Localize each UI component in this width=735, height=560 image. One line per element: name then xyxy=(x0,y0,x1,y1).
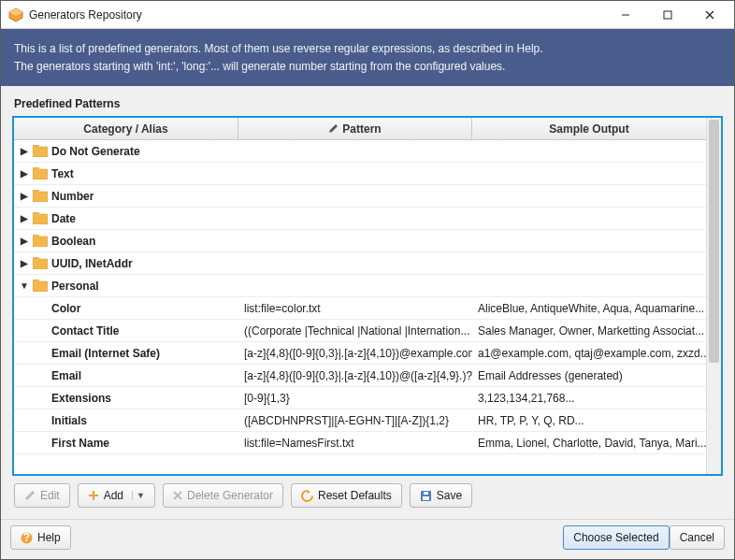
plus-icon xyxy=(88,490,99,501)
category-row[interactable]: ▶UUID, INetAddr xyxy=(14,252,706,275)
vertical-scrollbar[interactable] xyxy=(706,118,721,474)
chevron-right-icon[interactable]: ▶ xyxy=(20,236,29,246)
category-row[interactable]: ▶Boolean xyxy=(14,230,706,252)
pattern-cell: ((Corporate |Technical |National |Intern… xyxy=(238,320,472,341)
category-label: Personal xyxy=(51,280,99,293)
titlebar: Generators Repository xyxy=(1,1,734,29)
pattern-cell: [a-z]{4,8}([0-9]{0,3}|.[a-z]{4,10})@exam… xyxy=(238,342,472,364)
alias-cell: Email (Internet Safe) xyxy=(14,342,238,364)
section-label: Predefined Patterns xyxy=(12,97,723,116)
table-row[interactable]: Colorlist:file=color.txtAliceBlue, Antiq… xyxy=(14,297,706,320)
category-label: Text xyxy=(51,167,74,180)
pattern-cell: [0-9]{1,3} xyxy=(238,387,472,409)
edit-button[interactable]: Edit xyxy=(14,483,70,508)
footer: ? Help Choose Selected Cancel xyxy=(1,519,734,559)
reset-defaults-button[interactable]: Reset Defaults xyxy=(291,483,402,508)
category-label: Boolean xyxy=(51,235,95,248)
pattern-cell: [a-z]{4,8}([0-9]{0,3}|.[a-z]{4,10})@([a-… xyxy=(238,365,472,386)
sample-cell: Email Addresses (generated) xyxy=(472,365,706,386)
column-header-sample[interactable]: Sample Output xyxy=(472,118,706,139)
table-row[interactable]: Email (Internet Safe)[a-z]{4,8}([0-9]{0,… xyxy=(14,342,706,365)
folder-icon xyxy=(33,280,48,293)
column-header-category[interactable]: Category / Alias xyxy=(14,118,238,139)
pattern-cell: ([ABCDHNPRST]|[A-EGHN-T]|[A-Z]){1,2} xyxy=(238,409,472,431)
category-row[interactable]: ▶Do Not Generate xyxy=(14,140,706,163)
chevron-down-icon[interactable]: ▼ xyxy=(132,491,145,500)
sample-cell: a1@example.com, qtaj@example.com, zxzd..… xyxy=(472,342,706,364)
alias-cell: First Name xyxy=(14,432,238,453)
refresh-icon xyxy=(301,490,313,502)
chevron-right-icon[interactable]: ▶ xyxy=(20,191,29,201)
table-row[interactable]: Contact Title((Corporate |Technical |Nat… xyxy=(14,320,706,342)
column-header-pattern[interactable]: Pattern xyxy=(238,118,472,139)
info-line-1: This is a list of predefined generators.… xyxy=(14,40,721,58)
help-button[interactable]: ? Help xyxy=(10,525,71,550)
content-area: Predefined Patterns Category / Alias Pat… xyxy=(1,86,734,519)
info-line-2: The generators starting with 'int:', 'lo… xyxy=(14,58,721,76)
sample-cell: Emma, Lionel, Charlotte, David, Tanya, M… xyxy=(472,432,706,453)
toolbar: Edit Add ▼ Delete Generator Reset Defaul… xyxy=(12,476,723,511)
table-header: Category / Alias Pattern Sample Output xyxy=(14,118,706,140)
folder-icon xyxy=(33,190,48,203)
chevron-right-icon[interactable]: ▶ xyxy=(20,258,29,268)
chevron-right-icon[interactable]: ▶ xyxy=(20,146,29,156)
category-row[interactable]: ▶Date xyxy=(14,208,706,230)
add-button[interactable]: Add ▼ xyxy=(78,483,155,508)
save-button[interactable]: Save xyxy=(410,483,472,508)
table-row[interactable]: First Namelist:file=NamesFirst.txtEmma, … xyxy=(14,432,706,454)
patterns-table: Category / Alias Pattern Sample Output ▶… xyxy=(12,116,723,476)
category-row[interactable]: ▼Personal xyxy=(14,275,706,297)
dialog-window: Generators Repository This is a list of … xyxy=(0,0,735,560)
folder-icon xyxy=(33,167,48,180)
table-row[interactable]: Extensions[0-9]{1,3}3,123,134,21,768... xyxy=(14,387,706,409)
folder-icon xyxy=(33,235,48,248)
sample-cell: HR, TP, P, Y, Q, RD... xyxy=(472,409,706,431)
folder-icon xyxy=(33,212,48,225)
svg-rect-7 xyxy=(89,495,98,496)
category-label: Do Not Generate xyxy=(51,145,140,158)
cancel-button[interactable]: Cancel xyxy=(670,525,725,550)
choose-selected-button[interactable]: Choose Selected xyxy=(563,525,669,550)
svg-text:?: ? xyxy=(23,532,30,544)
app-icon xyxy=(8,7,23,22)
scrollbar-thumb[interactable] xyxy=(709,120,719,363)
alias-cell: Extensions xyxy=(14,387,238,409)
minimize-button[interactable] xyxy=(604,2,646,28)
pencil-icon xyxy=(328,123,339,134)
x-icon xyxy=(173,491,182,500)
category-row[interactable]: ▶Number xyxy=(14,185,706,208)
alias-cell: Initials xyxy=(14,409,238,431)
pattern-cell: list:file=color.txt xyxy=(238,297,472,319)
close-button[interactable] xyxy=(688,2,730,28)
table-row[interactable]: Email[a-z]{4,8}([0-9]{0,3}|.[a-z]{4,10})… xyxy=(14,365,706,387)
folder-icon xyxy=(33,257,48,270)
svg-marker-10 xyxy=(308,490,311,494)
sample-cell: Sales Manager, Owner, Marketting Associa… xyxy=(472,320,706,341)
help-icon: ? xyxy=(21,532,33,544)
category-label: UUID, INetAddr xyxy=(51,257,133,270)
pattern-cell: list:file=NamesFirst.txt xyxy=(238,432,472,453)
alias-cell: Contact Title xyxy=(14,320,238,341)
floppy-icon xyxy=(420,490,432,502)
alias-cell: Email xyxy=(14,365,238,386)
sample-cell: AliceBlue, AntiqueWhite, Aqua, Aquamarin… xyxy=(472,297,706,319)
svg-rect-3 xyxy=(664,11,671,19)
alias-cell: Color xyxy=(14,297,238,319)
chevron-down-icon[interactable]: ▼ xyxy=(20,280,29,291)
category-row[interactable]: ▶Text xyxy=(14,163,706,185)
maximize-button[interactable] xyxy=(646,2,688,28)
folder-icon xyxy=(33,145,48,158)
window-title: Generators Repository xyxy=(23,8,604,22)
svg-rect-13 xyxy=(424,492,428,495)
chevron-right-icon[interactable]: ▶ xyxy=(20,168,29,179)
category-label: Number xyxy=(51,190,94,203)
svg-rect-12 xyxy=(423,496,429,500)
info-banner: This is a list of predefined generators.… xyxy=(1,29,734,86)
chevron-right-icon[interactable]: ▶ xyxy=(20,213,29,223)
sample-cell: 3,123,134,21,768... xyxy=(472,387,706,409)
category-label: Date xyxy=(51,212,76,225)
pencil-icon xyxy=(24,490,36,501)
table-row[interactable]: Initials([ABCDHNPRST]|[A-EGHN-T]|[A-Z]){… xyxy=(14,409,706,432)
delete-generator-button[interactable]: Delete Generator xyxy=(163,483,283,508)
